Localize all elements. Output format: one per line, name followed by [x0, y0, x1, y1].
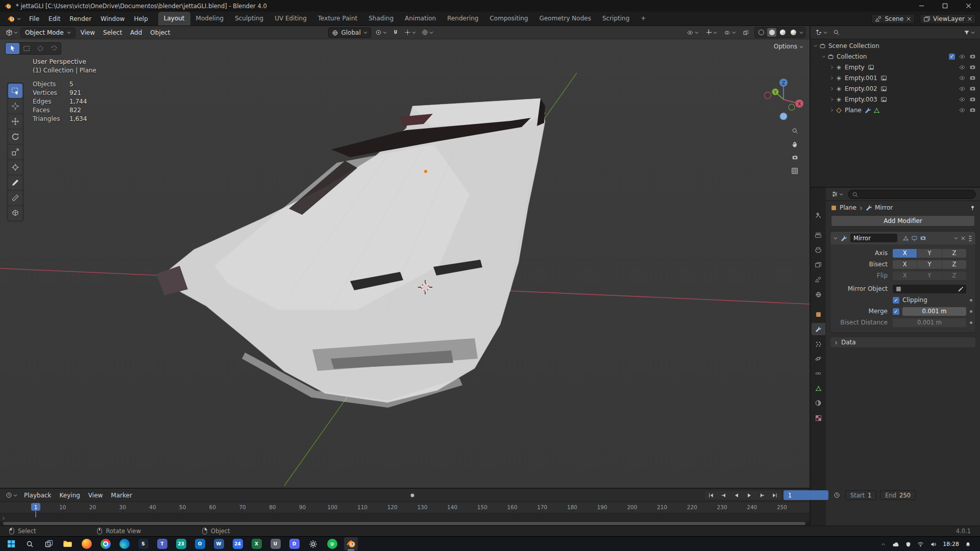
edit-mode-display-toggle[interactable]: [902, 235, 909, 242]
outliner-row-collection[interactable]: Collection✓: [811, 51, 980, 62]
outliner-row-empty-001[interactable]: Empty.001: [811, 72, 980, 83]
realtime-display-toggle[interactable]: [911, 235, 918, 242]
viewport-3d[interactable]: Object Mode ViewSelectAddObject Global: [0, 26, 810, 488]
jump-to-start-button[interactable]: [705, 490, 717, 500]
taskbar-teams-icon[interactable]: T: [155, 537, 169, 550]
mirror-axis-x-button[interactable]: X: [893, 249, 917, 258]
jump-to-end-button[interactable]: [769, 490, 781, 500]
disclosure-closed-icon[interactable]: [830, 85, 834, 92]
outliner-row-scene-collection[interactable]: Scene Collection: [811, 40, 980, 51]
timeline-menu-keying[interactable]: Keying: [56, 490, 84, 500]
options-dropdown[interactable]: Options: [774, 43, 803, 50]
xray-toggle[interactable]: [741, 29, 751, 37]
timeline-scrollbar[interactable]: [0, 521, 810, 525]
panel-expand-chevron[interactable]: [834, 235, 838, 242]
merge-checkbox[interactable]: ✓: [893, 308, 899, 315]
disable-render-camera-icon[interactable]: [969, 74, 976, 82]
hide-viewport-eye-icon[interactable]: [959, 53, 966, 60]
pin-icon[interactable]: [970, 204, 975, 211]
tool-rotate-button[interactable]: [8, 130, 22, 144]
mirror-axis-z-button[interactable]: Z: [942, 249, 966, 258]
play-reverse-button[interactable]: [731, 490, 743, 500]
scene-properties-tab[interactable]: [812, 273, 825, 286]
add-workspace-button[interactable]: +: [635, 12, 651, 26]
tool-move-button[interactable]: [8, 114, 22, 129]
snap-target-dropdown[interactable]: [403, 28, 418, 37]
outliner-item-name[interactable]: Collection: [837, 53, 867, 60]
timeline-ruler[interactable]: 1102030405060708090100110120130140150160…: [0, 502, 810, 513]
taskbar-excel-icon[interactable]: X: [250, 537, 263, 550]
auto-keying-toggle[interactable]: [408, 491, 417, 499]
modifier-drag-handle[interactable]: [968, 235, 972, 242]
outliner-item-name[interactable]: Scene Collection: [828, 42, 879, 49]
scene-selector[interactable]: Scene: [871, 14, 915, 24]
taskbar-search-icon[interactable]: [23, 537, 37, 550]
current-frame-field[interactable]: 1: [783, 490, 828, 500]
taskbar-calendar-23-icon[interactable]: 23: [174, 537, 188, 550]
notification-bell-icon[interactable]: [965, 540, 971, 547]
hide-viewport-eye-icon[interactable]: [959, 85, 966, 92]
add-modifier-button[interactable]: Add Modifier: [831, 215, 975, 227]
taskbar-start-icon[interactable]: [4, 537, 18, 550]
shading-solid-button[interactable]: [767, 28, 776, 37]
modifier-close-icon[interactable]: [961, 235, 966, 242]
taskbar-blender-icon[interactable]: [344, 537, 358, 550]
mirror-object-field[interactable]: [893, 285, 966, 293]
timeline-track[interactable]: [0, 513, 810, 521]
disable-render-camera-icon[interactable]: [969, 107, 976, 114]
playhead-badge[interactable]: 1: [31, 503, 40, 511]
bisect-distance-slider[interactable]: 0.001 m: [893, 318, 966, 327]
taskbar-settings-icon[interactable]: [306, 537, 320, 550]
workspace-tab-texture-paint[interactable]: Texture Paint: [312, 12, 363, 26]
taskbar-discord-icon[interactable]: D: [287, 537, 301, 550]
tool-annotate-button[interactable]: [8, 176, 22, 190]
breadcrumb-object[interactable]: Plane: [840, 204, 856, 211]
workspace-tab-compositing[interactable]: Compositing: [484, 12, 533, 26]
tool-scale-button[interactable]: [8, 145, 22, 159]
workspace-tab-layout[interactable]: Layout: [158, 12, 190, 26]
taskbar-unity-icon[interactable]: U: [268, 537, 282, 550]
next-keyframe-button[interactable]: [756, 490, 768, 500]
zoom-button[interactable]: [792, 127, 798, 134]
collection-checkbox[interactable]: ✓: [949, 54, 955, 60]
taskbar-firefox-icon[interactable]: [80, 537, 93, 550]
mirror-flip-y-button[interactable]: Y: [917, 271, 942, 280]
disclosure-closed-icon[interactable]: [830, 74, 834, 82]
select-mode-lasso-button[interactable]: [47, 43, 61, 54]
disclosure-closed-icon[interactable]: [830, 107, 834, 114]
minimize-button[interactable]: [910, 0, 933, 12]
pivot-point-dropdown[interactable]: [374, 28, 388, 37]
disclosure-closed-icon[interactable]: [830, 96, 834, 103]
data-properties-tab[interactable]: [812, 382, 825, 394]
outliner-row-empty-003[interactable]: Empty.003: [811, 94, 980, 105]
clock[interactable]: 18:28: [943, 541, 959, 547]
orthographic-toggle-button[interactable]: [791, 167, 798, 175]
camera-view-button[interactable]: [792, 154, 798, 161]
timeline-editor-type-button[interactable]: [4, 491, 19, 499]
tray-tray-expand-icon[interactable]: [880, 540, 886, 547]
snap-toggle[interactable]: [391, 28, 400, 37]
play-button[interactable]: [744, 490, 755, 500]
timeline-expand-arrow[interactable]: [2, 514, 6, 521]
render-properties-tab[interactable]: [812, 229, 825, 241]
modifier-extras-chevron[interactable]: [954, 235, 958, 242]
blender-app-menu-button[interactable]: [4, 14, 24, 24]
tool-properties-tab[interactable]: [812, 209, 825, 221]
frame-start-field[interactable]: Start 1: [845, 490, 876, 500]
pan-hand-button[interactable]: [791, 140, 798, 148]
modifier-name-field[interactable]: Mirror: [850, 234, 897, 242]
workspace-tab-rendering[interactable]: Rendering: [442, 12, 484, 26]
mirror-flip-x-button[interactable]: X: [893, 271, 917, 280]
merge-threshold-slider[interactable]: 0.001 m: [902, 307, 966, 316]
shading-wireframe-button[interactable]: [756, 28, 766, 37]
workspace-tab-modeling[interactable]: Modeling: [190, 12, 230, 26]
close-button[interactable]: [957, 0, 980, 12]
transform-orientation-dropdown[interactable]: Global: [328, 28, 371, 38]
eyedropper-icon[interactable]: [958, 285, 964, 292]
taskbar-calendar-24-icon[interactable]: 24: [231, 537, 244, 550]
show-gizmo-dropdown[interactable]: [704, 28, 719, 37]
outliner-item-name[interactable]: Empty: [845, 64, 865, 71]
outliner-item-name[interactable]: Plane: [845, 107, 862, 114]
show-overlays-dropdown[interactable]: [722, 29, 738, 37]
maximize-button[interactable]: [933, 0, 957, 12]
